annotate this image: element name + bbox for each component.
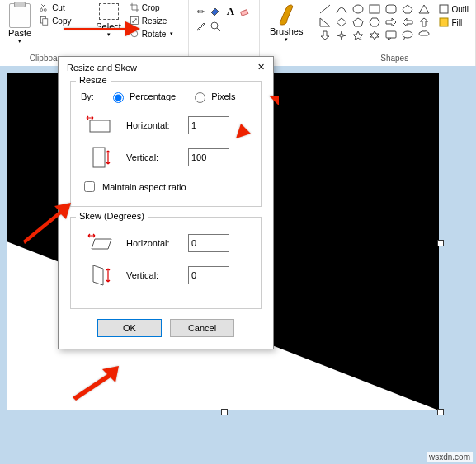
shape-star6[interactable] <box>368 30 381 41</box>
shape-star4[interactable] <box>335 30 348 41</box>
resize-vertical-icon <box>81 144 118 171</box>
fill-bucket-icon <box>439 17 449 27</box>
shape-rtriangle[interactable] <box>318 16 332 28</box>
skew-vertical-label: Vertical: <box>126 270 180 280</box>
shapes-gallery[interactable] <box>318 2 432 41</box>
eraser-icon[interactable] <box>238 5 252 18</box>
svg-point-1 <box>44 9 46 12</box>
brushes-button[interactable]: Brushes ▾ <box>265 2 308 45</box>
shape-curve[interactable] <box>335 3 348 15</box>
resize-handle-corner[interactable] <box>437 409 444 415</box>
svg-rect-3 <box>43 19 48 26</box>
resize-horizontal-icon <box>81 115 118 136</box>
clipboard-icon <box>9 3 31 28</box>
shape-hexagon[interactable] <box>368 16 381 28</box>
svg-point-0 <box>40 9 43 12</box>
shape-fill-button[interactable]: Fill <box>437 16 470 28</box>
skew-horizontal-input[interactable] <box>188 234 229 252</box>
cut-button[interactable]: Cut <box>38 2 73 13</box>
resize-legend: Resize <box>76 75 111 85</box>
text-icon[interactable]: A <box>224 5 237 18</box>
fill-icon[interactable] <box>209 5 222 18</box>
svg-rect-8 <box>370 5 379 13</box>
svg-rect-9 <box>386 5 396 13</box>
shape-roundrect[interactable] <box>384 3 398 15</box>
svg-point-7 <box>353 5 363 13</box>
shape-diamond[interactable] <box>335 16 348 28</box>
resize-horizontal-input[interactable] <box>188 116 229 134</box>
svg-rect-16 <box>93 148 105 167</box>
shape-oval[interactable] <box>351 3 365 15</box>
close-button[interactable]: ✕ <box>257 62 265 73</box>
percentage-radio[interactable]: Percentage <box>109 90 176 103</box>
shape-arrow-down[interactable] <box>318 30 332 41</box>
svg-rect-10 <box>386 31 396 38</box>
paste-label: Paste <box>8 28 31 38</box>
shape-arrow-left[interactable] <box>401 16 414 28</box>
maintain-aspect-checkbox[interactable] <box>84 181 95 192</box>
outline-icon <box>439 4 449 14</box>
crop-icon <box>130 2 139 12</box>
dialog-title: Resize and Skew <box>67 63 137 73</box>
brush-icon <box>276 3 297 26</box>
pencil-icon[interactable]: ✏ <box>194 5 207 18</box>
resize-horizontal-label: Horizontal: <box>126 120 180 130</box>
by-label: By: <box>81 91 94 101</box>
annotation-arrow-pixels <box>231 96 280 147</box>
svg-rect-12 <box>440 5 448 13</box>
scissors-icon <box>40 2 49 12</box>
pixels-radio[interactable]: Pixels <box>191 90 235 103</box>
watermark: wsxdn.com <box>427 452 473 462</box>
resize-handle-bottom[interactable] <box>221 409 228 415</box>
shape-star5[interactable] <box>351 30 365 41</box>
skew-horizontal-icon <box>81 232 118 254</box>
group-shapes: Outli Fill Shapes <box>313 0 476 66</box>
group-title-shapes: Shapes <box>318 52 470 64</box>
shape-rect[interactable] <box>368 3 381 15</box>
shape-outline-button[interactable]: Outli <box>437 3 470 15</box>
eyedropper-icon[interactable] <box>194 20 207 33</box>
skew-section: Skew (Degrees) Horizontal: Vertical: <box>70 217 262 309</box>
maintain-aspect-label: Maintain aspect ratio <box>102 182 186 192</box>
annotation-arrow-ok <box>68 363 125 405</box>
resize-vertical-label: Vertical: <box>126 152 180 162</box>
ok-button[interactable]: OK <box>97 319 162 337</box>
shape-triangle[interactable] <box>417 3 431 15</box>
shape-callout-oval[interactable] <box>401 30 414 41</box>
crop-button[interactable]: Crop <box>128 2 175 13</box>
svg-rect-15 <box>90 120 110 132</box>
magnifier-icon[interactable] <box>209 20 222 33</box>
shape-callout-rect[interactable] <box>384 30 398 41</box>
skew-vertical-icon <box>81 262 118 288</box>
resize-vertical-input[interactable] <box>188 148 229 166</box>
resize-handle-right[interactable] <box>437 240 444 246</box>
copy-icon <box>40 16 49 26</box>
skew-vertical-input[interactable] <box>188 266 229 284</box>
annotation-arrow-checkbox <box>16 198 74 249</box>
svg-rect-5 <box>241 10 248 16</box>
svg-point-11 <box>403 31 412 38</box>
shape-arrow-up[interactable] <box>417 16 431 28</box>
shape-pentagon[interactable] <box>351 16 365 28</box>
skew-legend: Skew (Degrees) <box>76 211 148 221</box>
shape-polygon[interactable] <box>401 3 414 15</box>
shape-arrow-right[interactable] <box>384 16 398 28</box>
paste-button[interactable]: Paste ▾ <box>5 2 35 46</box>
shape-line[interactable] <box>318 3 332 15</box>
annotation-arrow-resize <box>59 16 142 43</box>
shape-callout-cloud[interactable] <box>417 30 431 41</box>
svg-point-6 <box>211 22 218 29</box>
svg-rect-13 <box>440 18 448 26</box>
skew-horizontal-label: Horizontal: <box>126 238 180 248</box>
cancel-button[interactable]: Cancel <box>170 319 234 337</box>
dropdown-arrow-icon: ▾ <box>18 38 21 45</box>
